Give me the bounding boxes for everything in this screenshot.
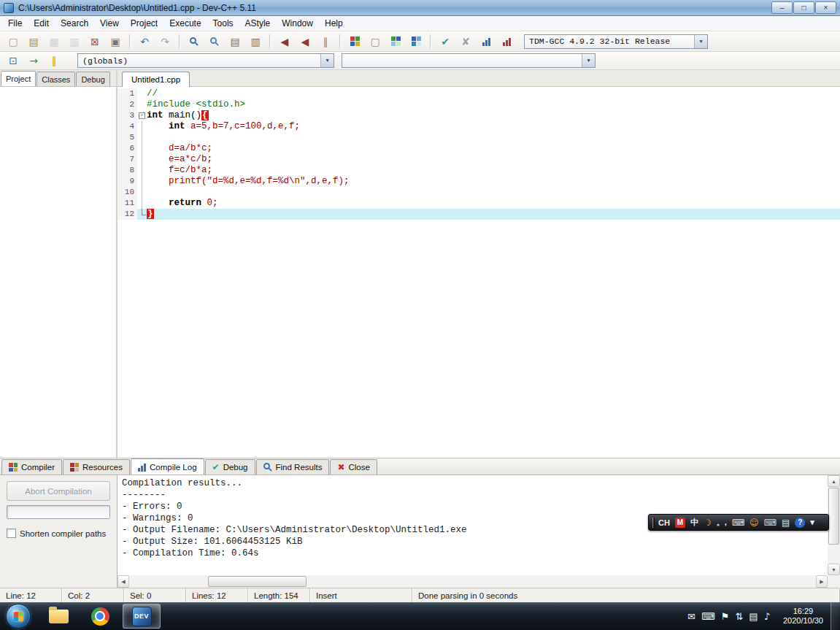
left-tab-project[interactable]: Project bbox=[1, 71, 36, 86]
show-desktop-button[interactable] bbox=[831, 602, 840, 630]
members-select[interactable]: ▼ bbox=[342, 53, 596, 68]
input-method-icon[interactable]: ⌨ bbox=[701, 612, 715, 621]
scrollbar-track[interactable] bbox=[828, 545, 840, 564]
flag-icon[interactable]: ⚑ bbox=[721, 612, 730, 621]
ime-brand-button[interactable]: M bbox=[675, 518, 685, 528]
editor-tab-untitled1[interactable]: Untitled1.cpp bbox=[122, 72, 190, 87]
taskbar-explorer-button[interactable] bbox=[39, 604, 77, 629]
left-tab-classes[interactable]: Classes bbox=[36, 72, 75, 86]
titlebar[interactable]: C:\Users\Administrator\Desktop\Untitled1… bbox=[0, 0, 840, 16]
menu-tools[interactable]: Tools bbox=[207, 17, 239, 30]
replace-button[interactable] bbox=[204, 33, 225, 50]
network-icon[interactable]: ⇅ bbox=[735, 612, 743, 621]
scroll-up-button[interactable]: ▲ bbox=[828, 475, 840, 487]
find-button[interactable] bbox=[184, 33, 204, 50]
taskbar-clock[interactable]: 16:29 2020/10/30 bbox=[776, 607, 831, 626]
drag-handle[interactable] bbox=[652, 518, 655, 528]
chevron-down-icon[interactable]: ▼ bbox=[694, 35, 707, 48]
code-line[interactable]: 2#include <stdio.h> bbox=[117, 99, 840, 110]
soft-keyboard-icon[interactable]: ⌨ bbox=[732, 518, 744, 527]
scroll-left-button[interactable]: ◀ bbox=[117, 575, 129, 588]
menu-window[interactable]: Window bbox=[276, 17, 319, 30]
code-line[interactable]: 8 f=c/b*a; bbox=[117, 165, 840, 176]
back-button[interactable]: ◀ bbox=[274, 33, 295, 50]
clean-button[interactable]: ✘ bbox=[455, 33, 476, 50]
print-button[interactable]: ▣ bbox=[105, 33, 126, 50]
horizontal-scrollbar[interactable]: ◀ ▶ bbox=[117, 575, 828, 588]
bottom-tab-compile-log[interactable]: Compile Log bbox=[131, 458, 204, 475]
code-line[interactable]: 10 bbox=[117, 187, 840, 198]
options-arrow-button[interactable]: ▾ bbox=[810, 518, 814, 527]
mail-icon[interactable]: ✉ bbox=[687, 612, 695, 621]
rebuild-all-button[interactable] bbox=[406, 33, 426, 50]
run-button[interactable]: ▢ bbox=[365, 33, 385, 50]
pause-execution-button[interactable]: ∥ bbox=[44, 53, 64, 69]
emoticon-icon[interactable]: ☺ bbox=[750, 518, 759, 527]
bottom-tab-debug[interactable]: ✔Debug bbox=[205, 459, 255, 475]
code-line[interactable]: 11 return 0; bbox=[117, 198, 840, 209]
shorten-paths-checkbox[interactable] bbox=[7, 529, 16, 538]
chevron-down-icon[interactable]: ▼ bbox=[320, 54, 334, 67]
open-file-button[interactable]: ▤ bbox=[23, 33, 44, 50]
vertical-scrollbar[interactable]: ▲ ▼ bbox=[828, 475, 840, 575]
vertical-scrollbar-thumb[interactable] bbox=[828, 488, 839, 545]
compile-run-button[interactable] bbox=[385, 33, 406, 50]
taskbar-devcpp-button[interactable]: DEV bbox=[123, 604, 161, 629]
chinese-mode-button[interactable]: 中 bbox=[690, 517, 698, 528]
menu-project[interactable]: Project bbox=[125, 17, 163, 30]
keyboard-layout-icon[interactable]: ⌨ bbox=[764, 518, 777, 527]
menu-search[interactable]: Search bbox=[55, 17, 94, 30]
save-button[interactable]: ▦ bbox=[44, 33, 64, 50]
menu-astyle[interactable]: AStyle bbox=[239, 17, 277, 30]
fold-collapse-icon[interactable]: - bbox=[139, 112, 145, 119]
pause-button[interactable]: ∥ bbox=[315, 33, 336, 50]
code-line[interactable]: 1// bbox=[117, 88, 840, 99]
goto-line-button[interactable]: ▥ bbox=[245, 33, 266, 50]
abort-compilation-button[interactable]: Abort Compilation bbox=[7, 481, 110, 501]
compiler-select[interactable]: TDM-GCC 4.9.2 32-bit Release ▼ bbox=[524, 34, 708, 49]
taskbar-chrome-button[interactable] bbox=[81, 604, 119, 629]
maximize-button[interactable]: □ bbox=[793, 1, 814, 14]
syntax-check-button[interactable]: ✔ bbox=[435, 33, 455, 50]
globals-select[interactable]: (globals) ▼ bbox=[77, 53, 334, 68]
code-editor[interactable]: 1//2#include <stdio.h>3-int main(){4 int… bbox=[117, 87, 840, 458]
left-tab-debug[interactable]: Debug bbox=[76, 72, 109, 86]
code-line[interactable]: 6 d=a/b*c; bbox=[117, 143, 840, 154]
find-next-button[interactable]: ▤ bbox=[225, 33, 245, 50]
delete-profiling-button[interactable] bbox=[496, 33, 517, 50]
undo-button[interactable]: ↶ bbox=[134, 33, 155, 50]
code-line[interactable]: 3-int main(){ bbox=[117, 110, 840, 121]
start-button[interactable] bbox=[6, 604, 31, 629]
input-language-button[interactable]: CH bbox=[658, 518, 670, 527]
menu-view[interactable]: View bbox=[94, 17, 125, 30]
add-to-project-button[interactable]: → bbox=[23, 53, 44, 69]
open-project-button[interactable]: ⊡ bbox=[3, 53, 23, 69]
bottom-tab-resources[interactable]: Resources bbox=[63, 459, 130, 475]
volume-icon[interactable]: ♪ bbox=[764, 612, 770, 621]
new-file-button[interactable]: ▢ bbox=[3, 33, 23, 50]
menu-help[interactable]: Help bbox=[319, 17, 349, 30]
chevron-down-icon[interactable]: ▼ bbox=[582, 54, 595, 67]
scrollbar-track[interactable] bbox=[307, 575, 816, 588]
menu-file[interactable]: File bbox=[2, 17, 28, 30]
word-pad-icon[interactable]: ▤ bbox=[782, 518, 790, 527]
code-line[interactable]: 12} bbox=[117, 209, 840, 220]
scrollbar-track[interactable] bbox=[129, 575, 208, 588]
menu-edit[interactable]: Edit bbox=[28, 17, 55, 30]
save-all-button[interactable]: ▥ bbox=[64, 33, 85, 50]
bottom-tab-close[interactable]: ✖Close bbox=[330, 459, 377, 475]
close-button[interactable]: × bbox=[815, 1, 836, 14]
profile-analysis-button[interactable] bbox=[476, 33, 496, 50]
menu-execute[interactable]: Execute bbox=[163, 17, 207, 30]
project-tree[interactable] bbox=[0, 87, 116, 458]
redo-button[interactable]: ↷ bbox=[155, 33, 175, 50]
full-half-moon-icon[interactable]: ☽ bbox=[704, 518, 712, 527]
code-line[interactable]: 9 printf("d=%d,e=%d,f=%d\n",d,e,f); bbox=[117, 176, 840, 187]
code-line[interactable]: 7 e=a*c/b; bbox=[117, 154, 840, 165]
close-file-button[interactable]: ⊠ bbox=[85, 33, 105, 50]
forward-button[interactable]: ◀ bbox=[295, 33, 315, 50]
scroll-right-button[interactable]: ▶ bbox=[816, 575, 828, 588]
code-line[interactable]: 5 bbox=[117, 132, 840, 143]
compile-button[interactable] bbox=[344, 33, 365, 50]
bottom-tab-find-results[interactable]: Find Results bbox=[256, 459, 330, 475]
